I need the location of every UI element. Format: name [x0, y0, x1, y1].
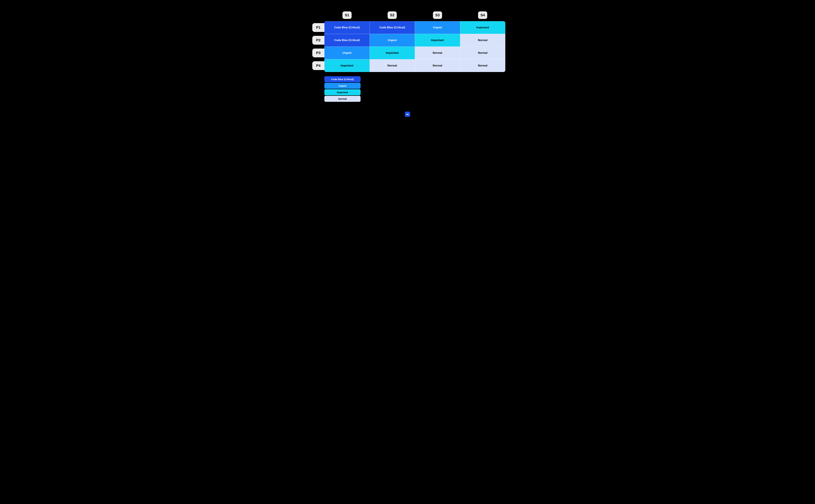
row-header-p4: P4 [312, 61, 324, 70]
matrix-cell: Normal [460, 59, 506, 72]
matrix-cell: Normal [460, 34, 506, 47]
col-header-wrap: S1 [324, 10, 370, 21]
matrix-cell: Normal [460, 47, 506, 59]
col-header-wrap: S4 [460, 10, 506, 21]
matrix-cell: Normal [415, 47, 460, 59]
col-header-s2: S2 [387, 11, 397, 19]
matrix-corner-blank [310, 10, 324, 21]
row-header-p3: P3 [312, 49, 324, 57]
legend-item-normal: Normal [324, 96, 360, 102]
row-header-p1: P1 [312, 23, 324, 32]
col-header-s3: S3 [433, 11, 442, 19]
matrix-cell: Important [324, 59, 370, 72]
row-header-p2: P2 [312, 36, 324, 45]
col-header-s1: S1 [342, 11, 351, 19]
col-header-s4: S4 [478, 11, 487, 19]
legend-item-urgent: Urgent [324, 83, 360, 89]
matrix-grid: S1 S2 S3 S4 P1 Code Blue (Critical) Code… [310, 10, 505, 72]
footer-logo-wrap [310, 112, 505, 117]
matrix-cell: Urgent [370, 34, 415, 47]
matrix-cell: Code Blue (Critical) [370, 21, 415, 34]
brand-logo-icon [405, 112, 410, 117]
legend: Code Blue (Critical) Urgent Important No… [324, 76, 360, 102]
matrix-cell: Urgent [324, 47, 370, 59]
matrix-cell: Urgent [415, 21, 460, 34]
col-header-wrap: S3 [415, 10, 460, 21]
matrix-cell: Normal [415, 59, 460, 72]
row-header-wrap: P2 [310, 34, 324, 47]
priority-severity-matrix: S1 S2 S3 S4 P1 Code Blue (Critical) Code… [310, 10, 505, 117]
matrix-cell: Important [415, 34, 460, 47]
legend-item-important: Important [324, 89, 360, 95]
matrix-cell: Code Blue (Critical) [324, 34, 370, 47]
matrix-cell: Code Blue (Critical) [324, 21, 370, 34]
matrix-cell: Important [370, 47, 415, 59]
matrix-cell: Important [460, 21, 506, 34]
row-header-wrap: P3 [310, 47, 324, 59]
matrix-cell: Normal [370, 59, 415, 72]
col-header-wrap: S2 [370, 10, 415, 21]
legend-item-critical: Code Blue (Critical) [324, 76, 360, 82]
row-header-wrap: P1 [310, 21, 324, 34]
row-header-wrap: P4 [310, 59, 324, 72]
